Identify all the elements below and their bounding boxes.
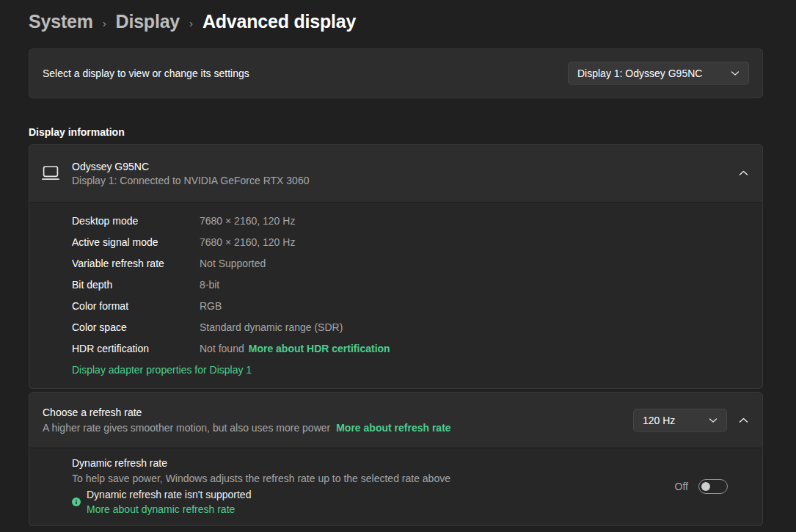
breadcrumb-separator-icon: › [103,15,106,29]
display-info-row: Active signal mode 7680 × 2160, 120 Hz [72,231,749,252]
dynamic-refresh-rate-section: Dynamic refresh rate To help save power,… [29,448,762,525]
display-info-row: Variable refresh rate Not Supported [72,252,749,274]
chevron-down-icon [731,70,740,76]
display-info-row: Color format RGB [72,295,749,316]
refresh-rate-dropdown[interactable]: 120 Hz [633,409,727,432]
chevron-up-icon[interactable] [739,418,748,423]
info-row-label: Color space [72,321,200,333]
display-info-row: Desktop mode 7680 × 2160, 120 Hz [72,210,749,231]
refresh-rate-value: 120 Hz [643,415,675,426]
display-select-dropdown[interactable]: Display 1: Odyssey G95NC [568,62,749,85]
display-info-row: Color space Standard dynamic range (SDR) [72,316,749,338]
select-display-label: Select a display to view or change its s… [43,68,249,79]
breadcrumb-separator-icon: › [189,15,193,29]
info-row-value: 7680 × 2160, 120 Hz [200,215,295,227]
info-row-label: Desktop mode [72,215,200,227]
refresh-rate-description-text: A higher rate gives smoother motion, but… [43,422,330,434]
advanced-display-page: System › Display › Advanced display Sele… [29,0,763,526]
chevron-up-icon[interactable] [739,170,748,176]
dynamic-refresh-rate-status: Dynamic refresh rate isn't supported [87,489,251,500]
info-row-value: 8-bit [200,279,219,291]
display-information-expander-header[interactable]: Odyssey G95NC Display 1: Connected to NV… [29,145,762,202]
info-row-label: Active signal mode [72,236,200,248]
page-title: Advanced display [202,11,356,32]
more-about-refresh-rate-link[interactable]: More about refresh rate [336,422,450,434]
more-about-hdr-certification-link[interactable]: More about HDR certification [249,343,390,354]
more-about-dynamic-refresh-rate-link[interactable]: More about dynamic refresh rate [87,503,251,515]
dynamic-refresh-rate-toggle[interactable] [698,479,728,494]
refresh-rate-title: Choose a refresh rate [43,407,451,418]
refresh-rate-card: Choose a refresh rate A higher rate give… [29,392,763,526]
display-select-value: Display 1: Odyssey G95NC [577,68,702,79]
refresh-rate-description: A higher rate gives smoother motion, but… [43,422,451,434]
info-row-label: Bit depth [72,279,200,291]
display-information-body: Desktop mode 7680 × 2160, 120 Hz Active … [29,202,762,388]
monitor-icon [41,164,60,182]
breadcrumb: System › Display › Advanced display [29,0,763,32]
info-icon [72,498,81,506]
select-display-card: Select a display to view or change its s… [29,48,763,98]
device-name: Odyssey G95NC [72,161,309,172]
info-row-label: Color format [72,300,200,312]
breadcrumb-display[interactable]: Display [116,11,180,32]
toggle-knob [701,482,710,491]
display-info-row: Bit depth 8-bit [72,274,749,295]
info-row-value: Not found [200,343,244,354]
display-info-rows: Desktop mode 7680 × 2160, 120 Hz Active … [72,210,749,359]
info-row-value: 7680 × 2160, 120 Hz [200,236,295,248]
display-adapter-properties-link[interactable]: Display adapter properties for Display 1 [72,359,749,380]
info-row-value: RGB [200,300,222,312]
toggle-state-label: Off [675,481,688,492]
info-row-value: Not Supported [200,258,266,269]
refresh-rate-header[interactable]: Choose a refresh rate A higher rate give… [29,393,762,448]
dynamic-refresh-rate-title: Dynamic refresh rate [72,457,675,469]
info-row-label: HDR certification [72,343,200,354]
device-connection-subtitle: Display 1: Connected to NVIDIA GeForce R… [72,175,309,186]
display-information-heading: Display information [29,126,763,138]
breadcrumb-system[interactable]: System [29,11,93,32]
chevron-down-icon [709,418,718,423]
info-row-value: Standard dynamic range (SDR) [200,321,343,333]
display-information-card: Odyssey G95NC Display 1: Connected to NV… [29,144,763,389]
display-info-row: HDR certification Not found More about H… [72,338,749,359]
info-row-label: Variable refresh rate [72,258,200,269]
dynamic-refresh-rate-description: To help save power, Windows adjusts the … [72,473,675,484]
